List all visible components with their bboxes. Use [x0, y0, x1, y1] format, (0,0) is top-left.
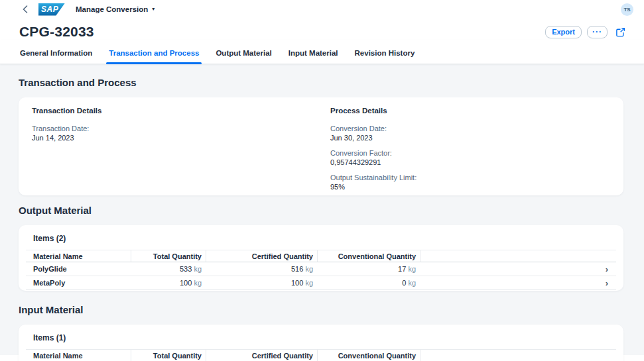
caret-down-icon: ▾	[152, 7, 155, 12]
page-header: CPG-32033 Export ···	[0, 17, 644, 40]
group-title-transaction-details: Transaction Details	[32, 107, 330, 115]
back-button[interactable]	[20, 4, 31, 15]
column-header-conventional-quantity: Conventional Quantity	[317, 350, 420, 361]
shell-bar: SAP Manage Conversion ▾ TS	[0, 0, 644, 17]
cell-material-name: PolyGlide	[26, 265, 131, 273]
transaction-process-card: Transaction Details Transaction Date: Ju…	[19, 97, 623, 195]
cell-conventional-quantity: 0 kg	[317, 279, 420, 287]
overflow-button[interactable]: ···	[587, 26, 608, 38]
output-table-header: Material Name Total Quantity Certified Q…	[26, 250, 616, 262]
process-details-group: Process Details Conversion Date: Jun 30,…	[330, 107, 610, 186]
page-title: CPG-32033	[19, 24, 94, 40]
field-transaction-date: Transaction Date: Jun 14, 2023	[32, 125, 330, 142]
tab-transaction-and-process[interactable]: Transaction and Process	[109, 49, 199, 64]
table-row-metapoly[interactable]: MetaPoly 100 kg 100 kg 0 kg ›	[26, 276, 616, 290]
cell-material-name: MetaPoly	[26, 279, 131, 287]
column-header-spacer	[420, 250, 598, 262]
share-button[interactable]	[615, 27, 625, 37]
cell-total-quantity: 533 kg	[131, 265, 206, 273]
input-items-count: Items (1)	[26, 332, 616, 349]
sap-logo: SAP	[38, 3, 65, 16]
cell-conventional-quantity: 17 kg	[317, 265, 420, 273]
column-header-total-quantity: Total Quantity	[131, 250, 206, 262]
cell-total-quantity: 100 kg	[131, 279, 206, 287]
row-chevron-icon[interactable]: ›	[598, 279, 616, 287]
app-title: Manage Conversion	[76, 5, 148, 13]
output-material-card: Items (2) Material Name Total Quantity C…	[19, 225, 623, 291]
transaction-details-group: Transaction Details Transaction Date: Ju…	[32, 107, 330, 186]
sap-logo-text: SAP	[41, 5, 58, 14]
field-label: Transaction Date:	[32, 125, 330, 133]
section-title-transaction-and-process: Transaction and Process	[19, 64, 623, 88]
header-actions: Export ···	[545, 26, 625, 38]
section-title-input-material: Input Material	[19, 304, 623, 315]
column-header-material-name: Material Name	[26, 250, 131, 262]
column-header-certified-quantity: Certified Quantity	[206, 350, 317, 361]
field-conversion-date: Conversion Date: Jun 30, 2023	[330, 125, 610, 142]
column-header-chevron-spacer	[598, 250, 616, 262]
tab-output-material[interactable]: Output Material	[216, 49, 271, 64]
cell-certified-quantity: 516 kg	[206, 265, 317, 273]
overflow-icon: ···	[592, 28, 602, 35]
content-area: Transaction and Process Transaction Deta…	[0, 64, 644, 355]
field-conversion-factor: Conversion Factor: 0,95744329291	[330, 149, 610, 167]
group-title-process-details: Process Details	[330, 107, 610, 115]
field-label: Conversion Factor:	[330, 149, 610, 158]
column-header-total-quantity: Total Quantity	[131, 350, 206, 361]
field-value: 0,95744329291	[330, 158, 610, 167]
column-header-conventional-quantity: Conventional Quantity	[317, 250, 420, 262]
avatar-initials: TS	[623, 7, 630, 13]
field-value: 95%	[330, 183, 610, 191]
row-chevron-icon[interactable]: ›	[598, 265, 616, 274]
app-title-menu[interactable]: Manage Conversion ▾	[76, 5, 155, 13]
input-material-card: Items (1) Material Name Total Quantity C…	[19, 325, 623, 361]
field-label: Conversion Date:	[330, 125, 610, 133]
field-output-sustainability-limit: Output Sustainability Limit: 95%	[330, 174, 610, 191]
column-header-spacer	[420, 350, 598, 361]
avatar[interactable]: TS	[621, 3, 633, 16]
field-value: Jun 14, 2023	[32, 134, 330, 142]
table-row-polyglide[interactable]: PolyGlide 533 kg 516 kg 17 kg ›	[26, 262, 616, 276]
tab-bar: General Information Transaction and Proc…	[0, 40, 644, 64]
back-chevron-icon	[23, 5, 28, 13]
column-header-chevron-spacer	[598, 350, 616, 361]
section-title-output-material: Output Material	[19, 205, 623, 216]
tab-revision-history[interactable]: Revision History	[355, 49, 415, 64]
export-button[interactable]: Export	[545, 26, 582, 38]
field-value: Jun 30, 2023	[330, 134, 610, 142]
tab-general-information[interactable]: General Information	[20, 49, 92, 64]
share-icon	[615, 27, 625, 37]
output-items-count: Items (2)	[26, 232, 616, 250]
input-table-header: Material Name Total Quantity Certified Q…	[26, 349, 616, 361]
tab-input-material[interactable]: Input Material	[289, 49, 338, 64]
column-header-certified-quantity: Certified Quantity	[206, 250, 317, 262]
column-header-material-name: Material Name	[26, 350, 131, 361]
cell-certified-quantity: 100 kg	[206, 279, 317, 287]
field-label: Output Sustainability Limit:	[330, 174, 610, 182]
